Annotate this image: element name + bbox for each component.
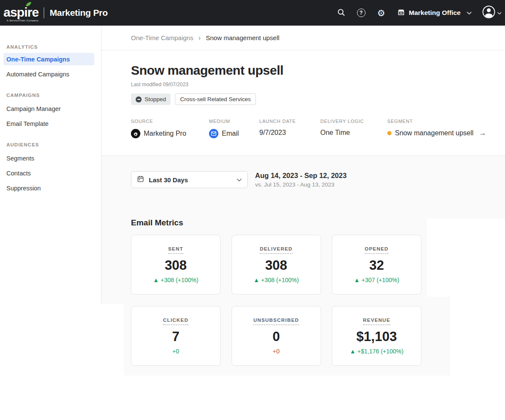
topbar-actions: ? ⚙ Marketing Office bbox=[328, 5, 502, 20]
arrow-right-icon: → bbox=[479, 129, 486, 137]
metric-value: 308 bbox=[165, 258, 187, 273]
metric-delta: ▲ +308 (+100%) bbox=[153, 277, 198, 283]
metric-delta: ▲ +$1,176 (+100%) bbox=[350, 348, 403, 355]
meta-label: SEGMENT bbox=[387, 119, 486, 124]
metric-value: 0 bbox=[273, 329, 280, 344]
brand-name: aspire bbox=[3, 5, 38, 19]
date-range-picker[interactable]: Last 30 Days bbox=[131, 171, 248, 188]
segment-value: Snow management upsell bbox=[395, 129, 473, 137]
meta-label: SOURCE bbox=[131, 119, 209, 124]
metric-label: OPENED bbox=[365, 246, 389, 254]
metric-card-unsubscribed: UNSUBSCRIBED 0 +0 bbox=[232, 306, 321, 366]
sidebar-item-suppression[interactable]: Suppression bbox=[0, 181, 102, 195]
avatar-icon bbox=[482, 5, 496, 20]
meta-value: 9/7/2023 bbox=[259, 129, 320, 137]
metric-label: DELIVERED bbox=[260, 246, 293, 254]
chevron-down-icon bbox=[237, 176, 242, 184]
email-metrics-heading: Email Metrics bbox=[131, 218, 505, 228]
segment-dot-icon bbox=[387, 131, 392, 135]
sidebar-section-analytics: ANALYTICS bbox=[0, 44, 102, 50]
gear-icon: ⚙ bbox=[377, 9, 385, 18]
meta-label: DELIVERY LOGIC bbox=[320, 119, 387, 124]
status-badge-label: Stopped bbox=[145, 96, 166, 102]
calendar-icon bbox=[137, 175, 144, 184]
meta-source: SOURCE Marketing Pro bbox=[131, 119, 209, 138]
analytics-section: Last 30 Days Aug 14, 2023 - Sep 12, 2023… bbox=[102, 171, 505, 366]
date-picker-label: Last 30 Days bbox=[149, 176, 188, 184]
date-range-summary: Aug 14, 2023 - Sep 12, 2023 vs. Jul 15, … bbox=[255, 171, 347, 188]
metric-delta: +0 bbox=[273, 348, 280, 355]
metric-label: REVENUE bbox=[363, 318, 390, 325]
sidebar-section-audiences: AUDIENCES bbox=[0, 142, 102, 147]
source-value: Marketing Pro bbox=[144, 130, 186, 137]
meta-value: One Time bbox=[320, 129, 387, 137]
campaign-header: Snow management upsell Last modified 09/… bbox=[102, 50, 505, 156]
sidebar: ANALYTICS One-Time Campaigns Automated C… bbox=[0, 26, 102, 420]
breadcrumb-current: Snow management upsell bbox=[206, 34, 280, 41]
main-content: One-Time Campaigns › Snow management ups… bbox=[102, 26, 505, 420]
chevron-down-icon bbox=[497, 9, 502, 17]
metrics-grid: SENT 308 ▲ +308 (+100%) DELIVERED 308 ▲ … bbox=[131, 235, 505, 366]
sidebar-item-segments[interactable]: Segments bbox=[0, 151, 102, 166]
metric-delta: +0 bbox=[172, 348, 179, 355]
meta-value: Email bbox=[209, 129, 259, 138]
metric-delta: ▲ +308 (+100%) bbox=[253, 277, 299, 283]
meta-medium: MEDIUM Email bbox=[209, 119, 259, 138]
date-compare-text: vs. Jul 15, 2023 - Aug 13, 2023 bbox=[255, 181, 347, 188]
date-filter-row: Last 30 Days Aug 14, 2023 - Sep 12, 2023… bbox=[131, 171, 505, 188]
tag-badge: Cross-sell Related Services bbox=[175, 93, 256, 105]
meta-label: MEDIUM bbox=[209, 119, 259, 124]
breadcrumb: One-Time Campaigns › Snow management ups… bbox=[102, 26, 505, 50]
metric-value: 7 bbox=[172, 329, 179, 344]
meta-label: LAUNCH DATE bbox=[259, 119, 320, 124]
chevron-down-icon bbox=[467, 9, 472, 17]
sidebar-section-campaigns: CAMPAIGNS bbox=[0, 93, 102, 98]
meta-segment: SEGMENT Snow management upsell → bbox=[387, 119, 486, 138]
breadcrumb-separator-icon: › bbox=[198, 34, 200, 42]
settings-button[interactable]: ⚙ bbox=[374, 6, 389, 20]
metric-value: 32 bbox=[369, 258, 384, 273]
meta-delivery-logic: DELIVERY LOGIC One Time bbox=[320, 119, 387, 138]
sidebar-item-email-template[interactable]: Email Template bbox=[0, 116, 102, 131]
breadcrumb-parent-link[interactable]: One-Time Campaigns bbox=[131, 34, 193, 41]
metric-label: SENT bbox=[168, 246, 183, 254]
metric-delta: ▲ +307 (+100%) bbox=[354, 277, 399, 283]
last-modified: Last modified 09/07/2023 bbox=[131, 82, 505, 88]
metric-label: UNSUBSCRIBED bbox=[253, 318, 299, 325]
marketing-pro-icon bbox=[131, 129, 140, 138]
storefront-icon bbox=[397, 8, 405, 18]
tag-badge-label: Cross-sell Related Services bbox=[180, 96, 251, 102]
segment-link[interactable]: Snow management upsell → bbox=[387, 129, 486, 137]
metric-value: 308 bbox=[265, 258, 287, 273]
office-selector[interactable]: Marketing Office bbox=[397, 8, 472, 18]
metric-card-delivered: DELIVERED 308 ▲ +308 (+100%) bbox=[232, 235, 321, 295]
medium-value: Email bbox=[222, 130, 239, 137]
meta-value: Marketing Pro bbox=[131, 129, 209, 138]
campaign-meta-row: SOURCE Marketing Pro MEDIUM bbox=[131, 119, 505, 138]
logo-divider bbox=[44, 7, 44, 18]
search-icon bbox=[337, 8, 345, 18]
sidebar-item-one-time-campaigns[interactable]: One-Time Campaigns bbox=[3, 53, 94, 65]
stopped-icon bbox=[136, 96, 142, 102]
office-label: Marketing Office bbox=[409, 9, 461, 17]
metric-card-clicked: CLICKED 7 +0 bbox=[131, 306, 221, 366]
help-button[interactable]: ? bbox=[354, 6, 369, 20]
aspire-wordmark: aspire A ServiceTitan Company bbox=[3, 4, 38, 22]
search-button[interactable] bbox=[334, 6, 348, 20]
date-range-text: Aug 14, 2023 - Sep 12, 2023 bbox=[255, 171, 347, 180]
status-badge: Stopped bbox=[131, 93, 171, 105]
metric-label: CLICKED bbox=[163, 318, 189, 325]
sidebar-item-campaign-manager[interactable]: Campaign Manager bbox=[0, 101, 102, 116]
metric-card-opened: OPENED 32 ▲ +307 (+100%) bbox=[332, 235, 421, 295]
metric-value: $1,103 bbox=[357, 329, 397, 344]
app-body: ANALYTICS One-Time Campaigns Automated C… bbox=[0, 26, 505, 420]
page-title: Snow management upsell bbox=[131, 63, 505, 78]
brand-logo[interactable]: aspire A ServiceTitan Company Marketing … bbox=[3, 4, 108, 22]
metric-card-sent: SENT 308 ▲ +308 (+100%) bbox=[131, 235, 221, 295]
brand-tagline: A ServiceTitan Company bbox=[3, 19, 38, 22]
product-name: Marketing Pro bbox=[49, 8, 107, 18]
top-bar: aspire A ServiceTitan Company Marketing … bbox=[0, 0, 505, 26]
sidebar-item-contacts[interactable]: Contacts bbox=[0, 166, 102, 181]
account-menu[interactable] bbox=[482, 5, 502, 20]
sidebar-item-automated-campaigns[interactable]: Automated Campaigns bbox=[0, 67, 102, 82]
